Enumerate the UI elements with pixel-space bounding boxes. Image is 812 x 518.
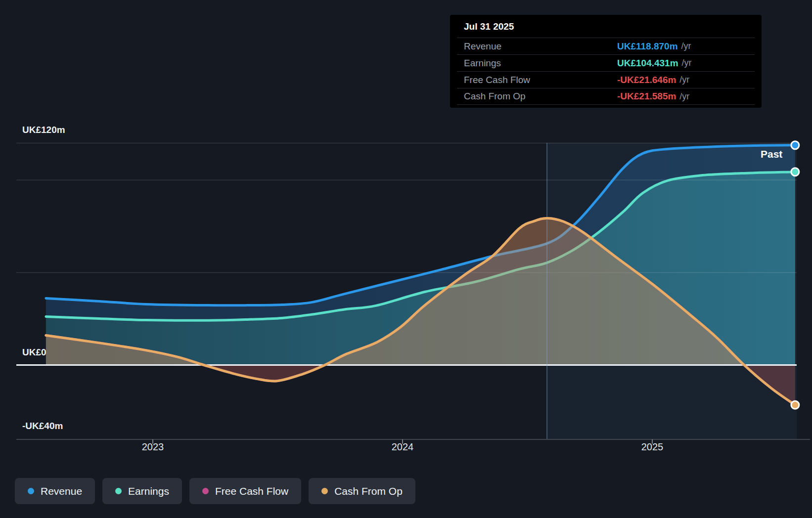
legend-item-cash-from-op[interactable]: Cash From Op	[309, 478, 415, 504]
cash-from-op-series-dot-icon	[321, 488, 328, 494]
tooltip-label: Free Cash Flow	[464, 75, 617, 86]
legend-item-label: Cash From Op	[334, 485, 403, 497]
tooltip-value: -UK£21.585m	[617, 91, 676, 102]
tooltip-label: Cash From Op	[464, 91, 617, 102]
tooltip-unit: /yr	[679, 75, 689, 85]
x-axis-label-2025: 2025	[641, 441, 664, 453]
tooltip-row-free-cash-flow: Free Cash Flow -UK£21.646m /yr	[457, 71, 755, 88]
tooltip-value: UK£104.431m	[617, 58, 678, 69]
legend-item-earnings[interactable]: Earnings	[102, 478, 182, 504]
legend-item-free-cash-flow[interactable]: Free Cash Flow	[189, 478, 301, 504]
tooltip-label: Earnings	[464, 58, 617, 69]
tooltip-date: Jul 31 2025	[450, 15, 762, 38]
y-axis-label-120m: UK£120m	[22, 124, 65, 136]
tooltip-unit: /yr	[681, 41, 691, 51]
y-axis-label-0: UK£0	[22, 346, 46, 358]
x-axis-label-2024: 2024	[392, 441, 414, 453]
earnings-endpoint-marker	[791, 168, 799, 176]
revenue-series-dot-icon	[28, 488, 34, 494]
revenue-endpoint-marker	[791, 141, 799, 149]
legend-item-revenue[interactable]: Revenue	[15, 478, 95, 504]
earnings-series-dot-icon	[115, 488, 122, 494]
tooltip-row-earnings: Earnings UK£104.431m /yr	[457, 54, 755, 71]
legend-item-label: Earnings	[128, 485, 169, 497]
past-region-label: Past	[761, 148, 782, 160]
tooltip-row-revenue: Revenue UK£118.870m /yr	[457, 38, 755, 54]
tooltip-row-cash-from-op: Cash From Op -UK£21.585m /yr	[457, 88, 755, 105]
y-axis-label-neg40m: -UK£40m	[22, 420, 63, 432]
free-cash-flow-series-dot-icon	[202, 488, 209, 494]
legend: Revenue Earnings Free Cash Flow Cash Fro…	[15, 478, 415, 504]
tooltip-value: UK£118.870m	[617, 41, 678, 52]
legend-item-label: Free Cash Flow	[215, 485, 288, 497]
tooltip-unit: /yr	[679, 91, 689, 102]
legend-item-label: Revenue	[41, 485, 82, 497]
x-axis-label-2023: 2023	[142, 441, 164, 453]
tooltip-label: Revenue	[464, 41, 617, 52]
hover-tooltip: Jul 31 2025 Revenue UK£118.870m /yr Earn…	[450, 15, 762, 108]
cash-from-op-endpoint-marker	[791, 401, 799, 409]
tooltip-value: -UK£21.646m	[617, 75, 676, 86]
chart-root: UK£120m UK£0 -UK£40m 2023 2024 2025 Past…	[0, 0, 812, 518]
tooltip-unit: /yr	[682, 58, 692, 68]
